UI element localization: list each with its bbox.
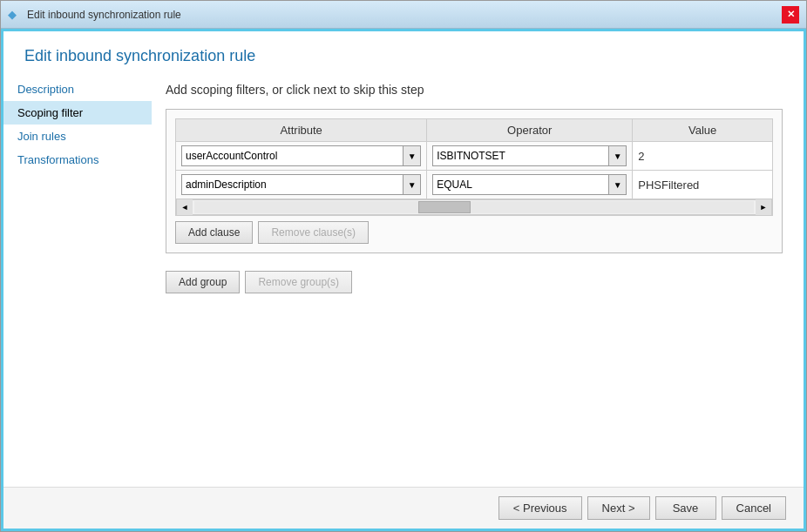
sidebar-item-description[interactable]: Description [3, 77, 152, 101]
attribute-cell-2: adminDescription ▼ [176, 171, 427, 199]
content-area: Edit inbound synchronization rule Descri… [1, 29, 806, 531]
scroll-right-button[interactable]: ► [756, 199, 771, 215]
sidebar-item-transformations[interactable]: Transformations [3, 148, 152, 172]
clause-buttons: Add clause Remove clause(s) [175, 221, 773, 244]
attribute-dropdown-arrow-1[interactable]: ▼ [404, 145, 421, 166]
scrollbar-cell: ◄ ► [176, 199, 773, 216]
close-button[interactable]: ✕ [782, 6, 799, 24]
add-clause-button[interactable]: Add clause [175, 221, 253, 244]
scrollbar-row: ◄ ► [176, 199, 773, 216]
scroll-track [194, 201, 754, 213]
sidebar-item-scoping-filter[interactable]: Scoping filter [3, 101, 152, 125]
attribute-select-2[interactable]: adminDescription [181, 174, 404, 195]
filter-box: Attribute Operator Value [166, 109, 783, 253]
filter-table: Attribute Operator Value [175, 118, 773, 216]
scroll-left-button[interactable]: ◄ [177, 199, 193, 215]
value-cell-1: 2 [633, 142, 773, 171]
add-group-button[interactable]: Add group [166, 271, 240, 293]
attribute-dropdown-arrow-2[interactable]: ▼ [404, 174, 421, 195]
remove-group-button[interactable]: Remove group(s) [245, 271, 352, 293]
footer: < Previous Next > Save Cancel [3, 487, 804, 529]
title-bar: ◆ Edit inbound synchronization rule ✕ [1, 1, 806, 29]
step-title: Add scoping filters, or click next to sk… [166, 83, 783, 97]
save-button[interactable]: Save [655, 496, 716, 520]
operator-cell-2: EQUAL ▼ [427, 171, 633, 199]
operator-select-1[interactable]: ISBITNOTSET [432, 145, 609, 166]
next-button[interactable]: Next > [587, 496, 650, 520]
table-row: userAccountControl ▼ ISBITNOTSET [176, 142, 773, 171]
table-row: adminDescription ▼ EQUAL [176, 171, 773, 199]
right-panel: Add scoping filters, or click next to sk… [152, 74, 804, 487]
col-operator: Operator [427, 119, 633, 142]
sidebar: Description Scoping filter Join rules Tr… [3, 74, 152, 487]
previous-button[interactable]: < Previous [498, 496, 582, 520]
attribute-cell-1: userAccountControl ▼ [176, 142, 427, 171]
horizontal-scrollbar[interactable]: ◄ ► [176, 199, 772, 215]
operator-dropdown-arrow-1[interactable]: ▼ [609, 145, 627, 166]
main-window: ◆ Edit inbound synchronization rule ✕ Ed… [0, 0, 807, 532]
attribute-select-1[interactable]: userAccountControl [181, 145, 404, 166]
operator-select-2[interactable]: EQUAL [432, 174, 609, 195]
group-buttons: Add group Remove group(s) [166, 271, 783, 293]
sidebar-item-join-rules[interactable]: Join rules [3, 125, 152, 148]
main-content: Description Scoping filter Join rules Tr… [3, 74, 804, 487]
title-bar-left: ◆ Edit inbound synchronization rule [8, 8, 181, 22]
title-bar-text: Edit inbound synchronization rule [27, 9, 181, 21]
value-cell-2: PHSFiltered [633, 171, 773, 199]
cancel-button[interactable]: Cancel [722, 496, 786, 520]
col-value: Value [633, 119, 773, 142]
scroll-thumb[interactable] [418, 201, 471, 213]
operator-dropdown-arrow-2[interactable]: ▼ [609, 174, 627, 195]
window-icon: ◆ [8, 8, 22, 22]
remove-clause-button[interactable]: Remove clause(s) [258, 221, 369, 244]
page-title: Edit inbound synchronization rule [3, 31, 804, 74]
operator-cell-1: ISBITNOTSET ▼ [427, 142, 633, 171]
col-attribute: Attribute [176, 119, 427, 142]
